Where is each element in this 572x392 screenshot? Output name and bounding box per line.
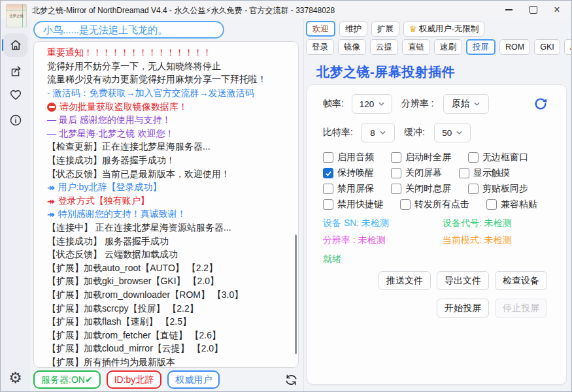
checkbox-disable-screensaver[interactable]: 禁用屏保 (323, 183, 374, 195)
bitrate-value: 8 (370, 128, 375, 138)
resolution-label: 分辨率 : (401, 98, 434, 110)
framerate-row: 帧率: 120 分辨率 : 原始 (323, 94, 566, 114)
checkbox-box[interactable] (323, 184, 333, 194)
checkbox-borderless-window[interactable]: 无边框窗口 (468, 152, 528, 163)
checkbox-disable-shortcuts[interactable]: 禁用快捷键 (323, 199, 383, 210)
log-text: 【扩展】加载rom_downloader【ROM】 【3.0】 (47, 289, 243, 301)
export-file-button[interactable]: 导出文件 (437, 271, 489, 290)
checkbox-paste-compat[interactable]: 兼容粘贴 (486, 199, 537, 210)
tab-label: 直链 (408, 42, 424, 53)
start-cast-button[interactable]: 开始投屏 (437, 299, 489, 318)
tab-auto[interactable]: AUTO (564, 39, 571, 55)
tab-login[interactable]: 登录 (306, 39, 334, 55)
stop-cast-button: 停止投屏 (495, 299, 547, 318)
sidebar-item-home[interactable] (3, 33, 27, 57)
log-line: 【状态反馈】 云端数据加载成功 (47, 248, 289, 262)
checkbox-label: 显示触摸 (473, 167, 510, 179)
checkbox-row: 禁用屏保关闭时息屏剪贴板同步 (323, 183, 566, 195)
tab-maintenance[interactable]: 维护 (339, 21, 367, 37)
log-scrollbar[interactable] (295, 235, 297, 354)
arrow-icon: ↠ (47, 182, 55, 193)
checkbox-box[interactable] (391, 184, 401, 194)
checkbox-box[interactable] (459, 168, 469, 178)
checkbox-turn-screen-off[interactable]: 关闭屏幕 (391, 167, 442, 179)
tab-rom[interactable]: ROM (499, 39, 530, 55)
log-line: 【连接成功】 服务器握手成功 (47, 235, 289, 248)
buffer-value: 50 (442, 128, 452, 138)
bitrate-label: 比特率: (323, 127, 353, 139)
buffer-select[interactable]: 50 (434, 123, 471, 142)
resolution-select[interactable]: 原始 (443, 94, 489, 114)
arrow-icon: ↠ (47, 209, 55, 220)
checkbox-show-touches[interactable]: 显示触摸 (459, 167, 510, 179)
checkbox-label: 转发所有点击 (414, 199, 469, 210)
log-panel[interactable]: 重要通知！！！！！！！！！！！！！！觉得好用不妨分享一下，无人知晓终将停止流量稀… (33, 41, 299, 368)
refresh-button-footer[interactable] (284, 372, 299, 387)
log-list: 重要通知！！！！！！！！！！！！！！觉得好用不妨分享一下，无人知晓终将停止流量稀… (47, 46, 289, 368)
maximize-icon (530, 6, 537, 14)
tab-label: ROM (505, 42, 524, 52)
checkbox-label: 启动时全屏 (405, 152, 451, 163)
push-file-button[interactable]: 推送文件 (379, 271, 431, 290)
log-text: 用户:by北辞【登录成功】 (58, 182, 162, 193)
checkbox-box[interactable] (468, 152, 479, 163)
log-line: 【连接中】 正在连接北梦星海资源站服务器... (47, 221, 289, 235)
minimize-button[interactable] (496, 1, 522, 19)
bitrate-select[interactable]: 8 (361, 123, 395, 142)
sidebar-item-favorites[interactable] (3, 83, 27, 106)
tab-welcome[interactable]: 欢迎 (306, 21, 335, 37)
tab-cloud[interactable]: 云提 (370, 39, 398, 55)
log-line: 重要通知！！！！！！！！！！！！！！ (47, 46, 289, 60)
checkbox-box[interactable] (323, 152, 333, 163)
tab-extensions[interactable]: 扩展 (371, 21, 399, 37)
log-text: 【扩展】加载scrcpy【投屏】 【2.2】 (47, 303, 199, 315)
tab-flash[interactable]: 速刷 (434, 39, 462, 55)
checkbox-box[interactable] (391, 152, 401, 163)
sidebar: ⚙ (1, 19, 30, 391)
checkbox-box[interactable] (400, 199, 411, 210)
checkbox-box[interactable] (391, 168, 401, 178)
status-row: 分辨率 : 未检测当前模式: 未检测 (323, 234, 566, 247)
checkbox-box[interactable] (323, 168, 333, 178)
arrow-icon: ↠ (47, 196, 55, 206)
sidebar-item-about[interactable] (3, 108, 27, 132)
check-device-button[interactable]: 检查设备 (495, 271, 547, 290)
tab-label: 投屏 (473, 42, 489, 53)
log-text: — 最后 感谢您的使用与支持！ (47, 114, 171, 126)
checkbox-forward-all-clicks[interactable]: 转发所有点击 (400, 199, 469, 210)
tab-label: 镜像 (344, 42, 360, 53)
checkbox-enable-audio[interactable]: 启用音频 (323, 152, 374, 163)
tab-label: GKI (540, 42, 554, 52)
tab-mirror[interactable]: 镜像 (338, 39, 366, 55)
checkbox-screen-off-on-close[interactable]: 关闭时息屏 (391, 183, 451, 195)
log-line: 【扩展】加载rom_downloader【ROM】 【3.0】 (47, 289, 289, 302)
maximize-button[interactable] (520, 1, 547, 19)
tab-direct-link[interactable]: 直链 (402, 39, 430, 55)
log-text: 登录方式【独有账户】 (58, 195, 150, 207)
log-line: ↠登录方式【独有账户】 (47, 195, 289, 208)
checkbox-fullscreen-on-start[interactable]: 启动时全屏 (391, 152, 451, 163)
tab-label: 欢迎 (312, 24, 329, 35)
page-title: 北梦之镜-屏幕投射插件 (316, 63, 571, 81)
checkbox-box[interactable] (486, 199, 497, 210)
window-title: 北梦之镜-Mirror of NorthDreamad V4.4 - 永久公益⚡… (32, 5, 335, 16)
sidebar-item-share[interactable] (3, 59, 27, 83)
options-checkbox-grid: 启用音频启动时全屏无边框窗口保持唤醒关闭屏幕显示触摸禁用屏保关闭时息屏剪贴板同步… (323, 152, 566, 210)
refresh-settings-button[interactable] (533, 97, 548, 111)
framerate-select[interactable]: 120 (352, 94, 392, 114)
buffer-label: 缓冲: (404, 127, 425, 139)
tab-gki[interactable]: GKI (534, 39, 560, 55)
checkbox-box[interactable] (468, 184, 479, 194)
close-button[interactable]: × (544, 1, 570, 19)
sidebar-item-settings[interactable]: ⚙ (3, 366, 27, 389)
crown-icon: ♛ (409, 25, 417, 33)
log-line: 【状态反馈】当前已是最新版本，欢迎使用！ (47, 167, 289, 181)
tab-label: 速刷 (440, 42, 456, 53)
checkbox-keep-awake[interactable]: 保持唤醒 (323, 167, 374, 179)
tab-cast[interactable]: 投屏 (466, 39, 496, 55)
tab-vip-user[interactable]: ♛权威用户-无限制 (403, 21, 484, 37)
close-icon: × (554, 4, 560, 16)
checkbox-clipboard-sync[interactable]: 剪贴板同步 (468, 183, 528, 195)
log-text: — 北梦星海·北梦之镜 欢迎您！ (47, 128, 174, 140)
checkbox-box[interactable] (323, 199, 333, 210)
